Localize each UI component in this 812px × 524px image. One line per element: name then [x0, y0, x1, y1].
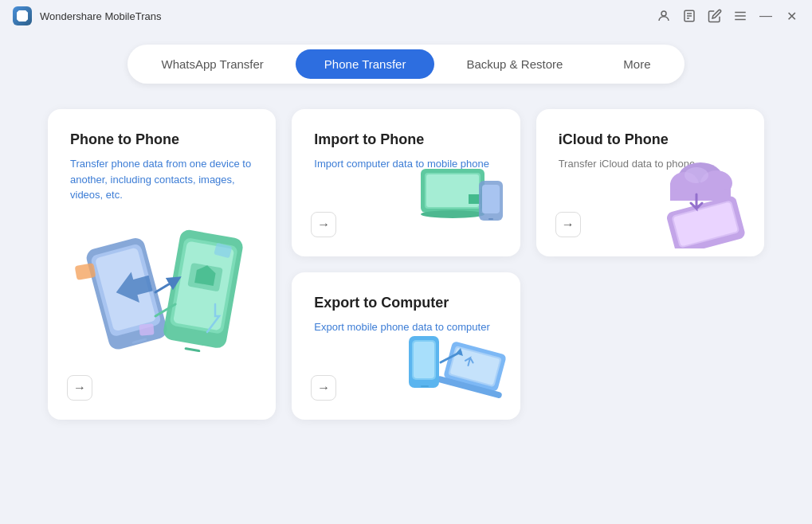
app-title: Wondershare MobileTrans [40, 10, 161, 22]
tab-backup[interactable]: Backup & Restore [437, 49, 591, 79]
close-button[interactable]: ✕ [783, 8, 799, 24]
svg-rect-25 [482, 185, 500, 213]
card-icloud-arrow[interactable]: → [555, 212, 581, 237]
titlebar-controls: — ✕ [656, 8, 799, 24]
minimize-button[interactable]: — [758, 8, 774, 24]
account-icon[interactable] [656, 8, 672, 24]
card-phone-to-phone[interactable]: Phone to Phone Transfer phone data from … [48, 109, 276, 420]
card-import-to-phone[interactable]: Import to Phone Import computer data to … [292, 109, 520, 256]
tab-whatsapp[interactable]: WhatsApp Transfer [132, 49, 292, 79]
card-import-arrow[interactable]: → [311, 212, 336, 237]
svg-rect-43 [421, 385, 429, 387]
svg-point-0 [661, 11, 666, 16]
card-phone-to-phone-desc: Transfer phone data from one device to a… [70, 156, 253, 203]
svg-rect-34 [670, 189, 731, 201]
export-illustration [401, 308, 512, 412]
icloud-illustration [645, 137, 756, 248]
card-icloud-to-phone[interactable]: iCloud to Phone Transfer iCloud data to … [536, 109, 764, 256]
phone-to-phone-illustration [60, 201, 267, 376]
card-phone-to-phone-title: Phone to Phone [70, 131, 253, 148]
app-icon [13, 6, 32, 25]
titlebar: Wondershare MobileTrans [0, 0, 812, 32]
bookmark-icon[interactable] [681, 8, 697, 24]
svg-rect-15 [184, 347, 200, 352]
svg-point-23 [421, 210, 484, 218]
svg-rect-42 [414, 342, 434, 378]
tab-phone[interactable]: Phone Transfer [296, 49, 435, 79]
svg-rect-26 [488, 218, 493, 220]
edit-icon[interactable] [707, 8, 723, 24]
svg-point-35 [685, 167, 708, 183]
svg-rect-19 [139, 323, 154, 336]
tab-more[interactable]: More [594, 49, 679, 79]
main-content: Phone to Phone Transfer phone data from … [0, 90, 812, 439]
card-export-to-computer[interactable]: Export to Computer Export mobile phone d… [292, 272, 520, 420]
nav-tabs: WhatsApp Transfer Phone Transfer Backup … [127, 45, 684, 84]
card-export-arrow[interactable]: → [311, 375, 336, 401]
titlebar-left: Wondershare MobileTrans [13, 6, 161, 25]
card-phone-to-phone-arrow[interactable]: → [67, 375, 92, 401]
menu-icon[interactable] [732, 8, 748, 24]
import-illustration [409, 145, 512, 248]
nav-container: WhatsApp Transfer Phone Transfer Backup … [0, 32, 812, 90]
